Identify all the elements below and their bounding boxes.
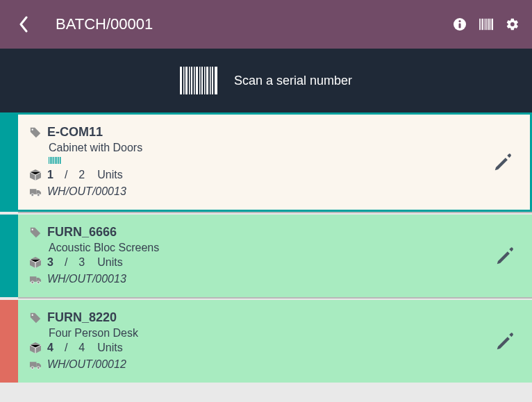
svg-point-1 [458,20,460,22]
svg-rect-31 [55,157,56,164]
svg-rect-24 [212,67,213,94]
cube-icon [29,169,42,181]
svg-rect-8 [487,19,488,30]
svg-rect-16 [191,67,192,94]
line-card[interactable]: FURN_8220Four Person Desk4/4UnitsWH/OUT/… [18,300,532,383]
qty-demand: 2 [78,167,85,183]
edit-button[interactable] [494,331,515,352]
sku-label: FURN_6666 [47,223,117,242]
svg-rect-15 [189,67,190,94]
barcode-large-icon [180,67,217,94]
scan-prompt: Scan a serial number [234,74,352,88]
svg-rect-27 [50,157,51,164]
sku-label: E-COM11 [47,123,103,142]
svg-rect-13 [183,67,185,94]
qty-demand: 3 [78,254,85,271]
svg-rect-12 [180,67,182,94]
settings-button[interactable] [506,17,519,31]
svg-rect-26 [49,157,49,164]
gear-icon [506,17,519,31]
stripe-indicator [0,115,18,210]
uom-label: Units [97,254,122,271]
svg-rect-9 [488,19,490,30]
svg-rect-19 [199,67,201,94]
pencil-icon [492,152,513,173]
qty-demand: 4 [78,340,85,356]
qty-done: 1 [47,167,53,183]
stripe-indicator [0,300,18,383]
truck-icon [29,358,42,371]
chevron-left-icon [19,16,28,33]
info-button[interactable] [453,17,467,31]
svg-rect-32 [56,157,57,164]
svg-rect-22 [206,67,208,94]
svg-rect-25 [215,67,217,94]
svg-rect-35 [60,157,61,164]
tag-icon [29,126,42,139]
info-icon [453,17,467,31]
svg-rect-14 [185,67,188,94]
svg-rect-18 [196,67,198,94]
line-card[interactable]: FURN_6666Acoustic Bloc Screens3/3UnitsWH… [18,215,532,297]
svg-rect-10 [490,19,491,30]
page-title: BATCH/00001 [56,15,453,33]
truck-icon [29,273,42,285]
qty-separator: / [65,254,67,271]
svg-rect-5 [482,19,483,30]
tracking-barcode-icon [49,157,519,164]
uom-label: Units [97,340,122,356]
tag-icon [29,312,42,324]
truck-icon [29,185,42,198]
product-name: Cabinet with Doors [49,142,519,154]
qty-separator: / [65,167,67,183]
picking-ref: WH/OUT/00013 [47,271,126,287]
pencil-icon [494,246,515,267]
svg-rect-20 [201,67,203,94]
svg-rect-17 [194,67,195,94]
line-row[interactable]: FURN_6666Acoustic Bloc Screens3/3UnitsWH… [0,213,532,297]
stripe-indicator [0,215,18,297]
picking-ref: WH/OUT/00013 [47,183,126,200]
svg-rect-11 [492,19,493,30]
svg-rect-30 [53,157,54,164]
qty-separator: / [65,340,67,356]
barcode-button[interactable] [479,17,493,31]
scan-bar[interactable]: Scan a serial number [0,49,532,112]
svg-rect-4 [481,19,481,30]
svg-rect-34 [58,157,59,164]
edit-button[interactable] [494,246,515,267]
app-root: BATCH/00001 Scan a serial number E-COM11… [0,0,532,402]
svg-rect-23 [210,67,211,94]
line-card[interactable]: E-COM11Cabinet with Doors1/2UnitsWH/OUT/… [18,115,532,210]
svg-rect-6 [484,19,485,30]
svg-rect-21 [204,67,206,94]
edit-button[interactable] [492,152,513,173]
tag-icon [29,226,42,239]
cube-icon [29,342,42,354]
app-header: BATCH/00001 [0,0,532,49]
svg-rect-28 [51,157,52,164]
uom-label: Units [97,167,122,183]
pencil-icon [494,331,515,352]
picking-ref: WH/OUT/00012 [47,356,126,373]
svg-rect-29 [53,157,53,164]
product-name: Acoustic Bloc Screens [49,242,521,254]
svg-rect-2 [459,24,461,28]
line-row[interactable]: FURN_8220Four Person Desk4/4UnitsWH/OUT/… [0,299,532,383]
back-button[interactable] [7,8,40,41]
sku-label: FURN_8220 [47,308,117,327]
svg-rect-33 [58,157,58,164]
line-row[interactable]: E-COM11Cabinet with Doors1/2UnitsWH/OUT/… [0,112,532,212]
header-actions [453,17,519,31]
svg-rect-3 [479,19,480,30]
qty-done: 3 [47,254,53,271]
cube-icon [29,256,42,269]
lines-list[interactable]: E-COM11Cabinet with Doors1/2UnitsWH/OUT/… [0,112,532,402]
product-name: Four Person Desk [49,327,521,340]
barcode-icon [479,18,493,31]
qty-done: 4 [47,340,53,356]
svg-rect-7 [485,19,486,30]
